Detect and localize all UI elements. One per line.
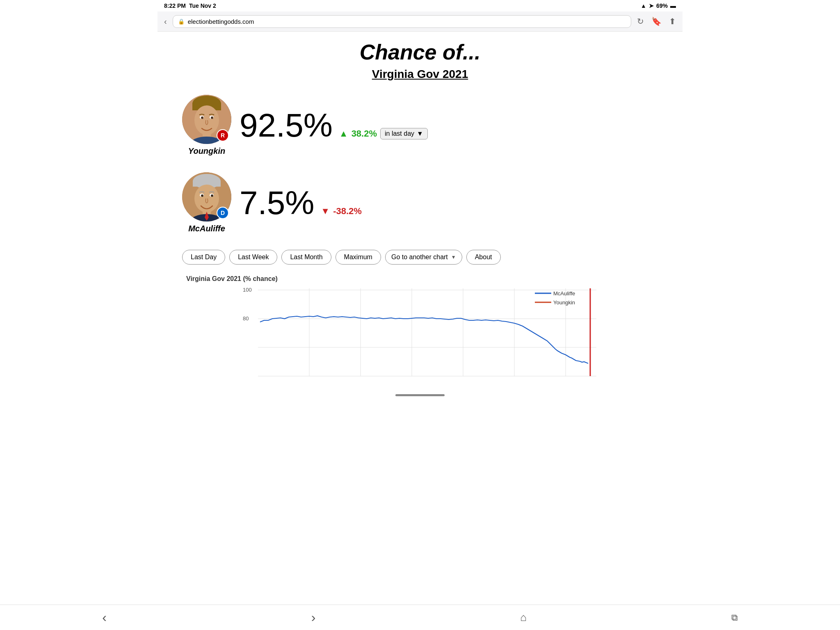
wifi-icon: ▲ <box>641 2 646 9</box>
svg-point-7 <box>211 116 213 119</box>
location-icon: ➤ <box>649 2 654 9</box>
about-button[interactable]: About <box>466 250 501 265</box>
svg-point-16 <box>201 194 203 197</box>
svg-point-6 <box>201 116 203 119</box>
election-subtitle: Virginia Gov 2021 <box>174 68 666 81</box>
youngkin-name: Youngkin <box>188 146 225 156</box>
youngkin-change-row: ▲ 38.2% in last day ▼ <box>339 128 428 139</box>
date-display: Tue Nov 2 <box>189 2 216 9</box>
youngkin-time-dropdown[interactable]: in last day ▼ <box>380 128 428 139</box>
youngkin-avatar-col: R Youngkin <box>182 95 231 156</box>
reload-button[interactable]: ↻ <box>635 15 646 28</box>
youngkin-info: 92.5% ▲ 38.2% in last day ▼ <box>240 109 428 142</box>
scroll-indicator <box>395 394 445 396</box>
youngkin-section: R Youngkin 92.5% ▲ 38.2% in last day ▼ <box>174 91 666 160</box>
url-text: electionbettingodds.com <box>188 18 254 25</box>
mcauliffe-avatar-wrap: D <box>182 172 231 221</box>
mcauliffe-info: 7.5% ▼ -38.2% <box>240 187 362 219</box>
battery-icon: ▬ <box>670 2 676 9</box>
svg-text:100: 100 <box>243 287 252 293</box>
chart-svg: 100 80 McAuliffe <box>186 284 662 379</box>
mcauliffe-change-row: ▼ -38.2% <box>321 206 362 217</box>
youngkin-avatar-wrap: R <box>182 95 231 144</box>
mcauliffe-party-badge: D <box>217 207 229 219</box>
nav-buttons-row: Last Day Last Week Last Month Maximum Go… <box>174 246 666 271</box>
youngkin-party-badge: R <box>217 129 229 142</box>
youngkin-dropdown-arrow: ▼ <box>417 130 423 137</box>
battery-display: 69% <box>656 2 668 9</box>
mcauliffe-down-arrow: ▼ <box>321 206 330 217</box>
svg-text:80: 80 <box>243 315 249 322</box>
goto-chart-label: Go to another chart <box>391 253 448 261</box>
youngkin-up-arrow: ▲ <box>339 128 348 139</box>
last-month-button[interactable]: Last Month <box>281 250 331 265</box>
mcauliffe-avatar-col: D McAuliffe <box>182 172 231 233</box>
mcauliffe-name: McAuliffe <box>188 224 225 233</box>
svg-text:Youngkin: Youngkin <box>553 299 575 306</box>
share-button[interactable]: ⬆ <box>667 15 678 28</box>
goto-chart-selector[interactable]: Go to another chart ▼ <box>385 250 462 265</box>
chart-title: Virginia Gov 2021 (% chance) <box>186 275 662 283</box>
maximum-button[interactable]: Maximum <box>336 250 381 265</box>
chart-area: 100 80 McAuliffe <box>186 284 662 379</box>
url-bar[interactable]: 🔒 electionbettingodds.com <box>173 15 631 28</box>
bookmark-button[interactable]: 🔖 <box>650 15 663 28</box>
main-content: Chance of... Virginia Gov 2021 <box>158 32 682 391</box>
mcauliffe-change-value: -38.2% <box>333 206 362 217</box>
browser-bar: ‹ 🔒 electionbettingodds.com ↻ 🔖 ⬆ <box>158 11 682 32</box>
mcauliffe-percentage: 7.5% <box>240 187 314 219</box>
youngkin-timeframe: in last day <box>385 130 414 137</box>
browser-back-button[interactable]: ‹ <box>162 15 169 28</box>
page-title: Chance of... <box>174 40 666 64</box>
last-day-button[interactable]: Last Day <box>182 250 225 265</box>
chart-selector-arrow: ▼ <box>451 254 456 260</box>
svg-text:McAuliffe: McAuliffe <box>553 290 575 297</box>
time-display: 8:22 PM <box>164 2 186 9</box>
scroll-indicator-wrap <box>158 391 682 422</box>
chart-container: Virginia Gov 2021 (% chance) 100 80 <box>182 271 666 383</box>
youngkin-percentage: 92.5% <box>240 109 333 142</box>
last-week-button[interactable]: Last Week <box>229 250 277 265</box>
svg-point-17 <box>211 194 213 197</box>
lock-icon: 🔒 <box>178 18 185 25</box>
mcauliffe-section: D McAuliffe 7.5% ▼ -38.2% <box>174 168 666 237</box>
youngkin-change-value: 38.2% <box>352 128 377 139</box>
status-bar: 8:22 PM Tue Nov 2 ▲ ➤ 69% ▬ <box>158 0 682 11</box>
